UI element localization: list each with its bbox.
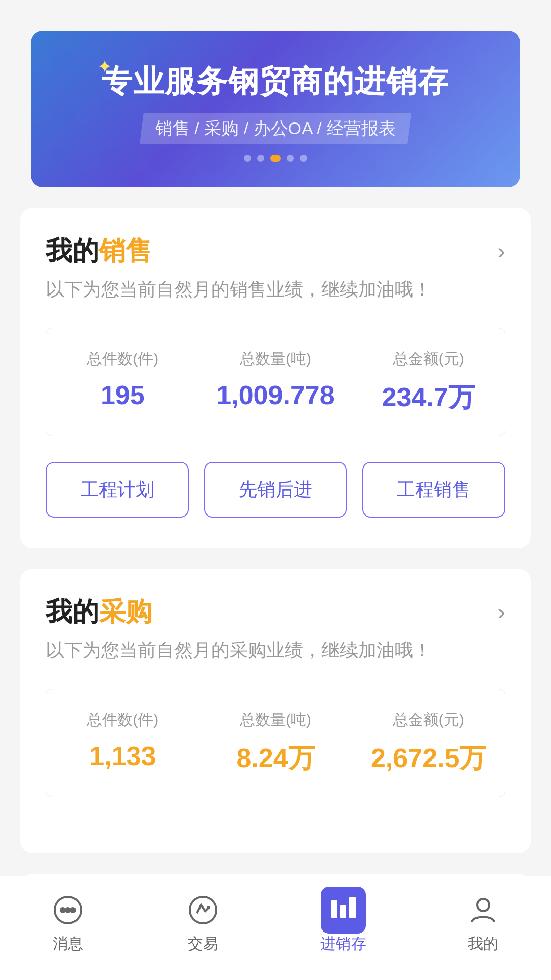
banner-dot-1[interactable] xyxy=(244,155,251,162)
engineering-sales-button[interactable]: 工程销售 xyxy=(362,462,505,518)
bottom-nav: 消息 交易 xyxy=(0,876,551,980)
svg-point-3 xyxy=(71,908,75,912)
banner-dot-3[interactable] xyxy=(270,155,281,162)
sales-stat-count: 总件数(件) 195 xyxy=(46,328,199,436)
nav-label-mine: 我的 xyxy=(468,934,498,954)
svg-rect-7 xyxy=(349,897,356,918)
purchase-stat-quantity-label: 总数量(吨) xyxy=(240,709,311,730)
purchase-stat-amount: 总金额(元) 2,672.5万 xyxy=(352,689,505,797)
banner-title: 专业服务钢贸商的进销存 xyxy=(102,61,449,103)
purchase-stat-amount-value: 2,672.5万 xyxy=(371,741,486,776)
purchase-chevron-icon[interactable]: › xyxy=(497,599,505,625)
sales-stat-amount-label: 总金额(元) xyxy=(393,349,464,370)
nav-label-trade: 交易 xyxy=(188,934,218,954)
sales-title: 我的销售 xyxy=(46,233,152,269)
purchase-section: 我的采购 › 以下为您当前自然月的采购业绩，继续加油哦！ 总件数(件) 1,13… xyxy=(20,569,531,853)
purchase-desc: 以下为您当前自然月的采购业绩，继续加油哦！ xyxy=(46,638,505,663)
fifo-button[interactable]: 先销后进 xyxy=(204,462,347,518)
sales-section: 我的销售 › 以下为您当前自然月的销售业绩，继续加油哦！ 总件数(件) 195 … xyxy=(20,208,531,548)
sales-stat-count-label: 总件数(件) xyxy=(87,349,158,370)
sales-stat-quantity-value: 1,009.778 xyxy=(216,380,334,410)
banner-dots xyxy=(244,155,307,162)
nav-label-messages: 消息 xyxy=(53,934,83,954)
engineering-plan-button[interactable]: 工程计划 xyxy=(46,462,189,518)
nav-item-inventory[interactable]: 进销存 xyxy=(320,892,366,954)
nav-item-trade[interactable]: 交易 xyxy=(185,892,221,954)
banner[interactable]: ✦ 专业服务钢贸商的进销存 销售 / 采购 / 办公OA / 经营报表 xyxy=(31,31,520,187)
purchase-stat-count-value: 1,133 xyxy=(89,741,156,771)
svg-point-4 xyxy=(190,897,216,923)
banner-subtitle: 销售 / 采购 / 办公OA / 经营报表 xyxy=(140,113,411,144)
banner-dot-5[interactable] xyxy=(300,155,307,162)
banner-dot-2[interactable] xyxy=(257,155,264,162)
purchase-stat-count-label: 总件数(件) xyxy=(87,709,158,730)
purchase-title: 我的采购 xyxy=(46,594,152,630)
inventory-icon xyxy=(325,892,362,928)
sales-stat-count-value: 195 xyxy=(101,380,145,410)
sales-desc: 以下为您当前自然月的销售业绩，继续加油哦！ xyxy=(46,277,505,302)
sales-stat-quantity-label: 总数量(吨) xyxy=(240,349,311,370)
svg-point-8 xyxy=(477,899,489,911)
sales-stats-grid: 总件数(件) 195 总数量(吨) 1,009.778 总金额(元) 234.7… xyxy=(46,328,505,436)
purchase-stat-amount-label: 总金额(元) xyxy=(393,709,464,730)
sales-chevron-icon[interactable]: › xyxy=(497,238,505,264)
banner-container: ✦ 专业服务钢贸商的进销存 销售 / 采购 / 办公OA / 经营报表 xyxy=(31,31,520,187)
purchase-stat-count: 总件数(件) 1,133 xyxy=(46,689,199,797)
purchase-header: 我的采购 › xyxy=(46,594,505,630)
messages-icon xyxy=(49,892,86,928)
nav-item-messages[interactable]: 消息 xyxy=(49,892,86,954)
purchase-stat-quantity: 总数量(吨) 8.24万 xyxy=(199,689,353,797)
banner-dot-4[interactable] xyxy=(287,155,294,162)
mine-icon xyxy=(465,892,502,928)
purchase-stat-quantity-value: 8.24万 xyxy=(236,741,314,776)
sales-stat-amount-value: 234.7万 xyxy=(382,380,475,415)
sales-stat-quantity: 总数量(吨) 1,009.778 xyxy=(199,328,353,436)
svg-point-1 xyxy=(61,908,65,912)
svg-rect-5 xyxy=(331,900,337,918)
svg-point-2 xyxy=(66,908,70,912)
sales-action-buttons: 工程计划 先销后进 工程销售 xyxy=(46,462,505,518)
nav-label-inventory: 进销存 xyxy=(320,934,366,954)
trade-icon xyxy=(185,892,221,928)
svg-rect-6 xyxy=(340,905,346,918)
sales-stat-amount: 总金额(元) 234.7万 xyxy=(352,328,505,436)
purchase-stats-grid: 总件数(件) 1,133 总数量(吨) 8.24万 总金额(元) 2,672.5… xyxy=(46,689,505,797)
nav-item-mine[interactable]: 我的 xyxy=(465,892,502,954)
sales-header: 我的销售 › xyxy=(46,233,505,269)
